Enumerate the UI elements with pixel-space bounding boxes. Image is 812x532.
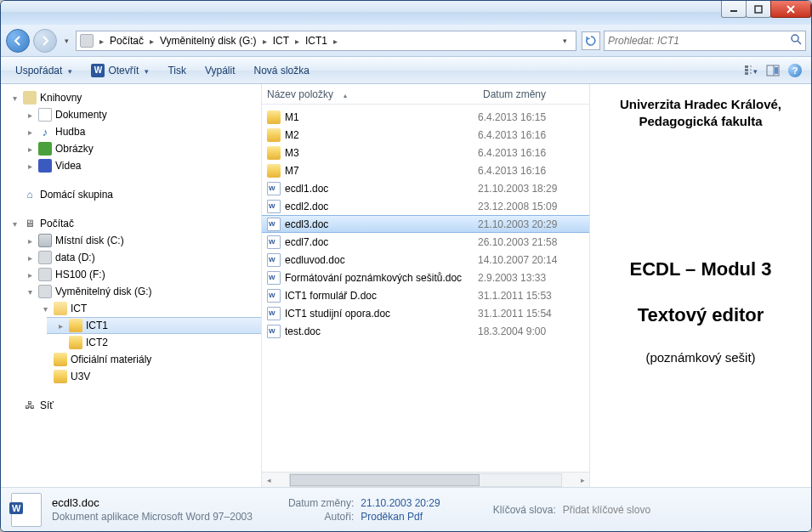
- help-button[interactable]: ?: [786, 61, 804, 80]
- print-button[interactable]: Tisk: [160, 61, 194, 80]
- folder-icon: [267, 128, 281, 142]
- file-name: ecdl1.doc: [285, 183, 328, 195]
- breadcrumb-computer[interactable]: Počítač: [110, 35, 144, 47]
- maximize-button[interactable]: [746, 1, 771, 18]
- drive-icon: [80, 34, 94, 48]
- tree-computer[interactable]: ▾🖥Počítač: [1, 215, 261, 232]
- file-row[interactable]: ecdl1.doc21.10.2003 18:29: [262, 179, 589, 197]
- horizontal-scrollbar[interactable]: ◂ ▸: [262, 472, 589, 487]
- scroll-left-arrow[interactable]: ◂: [262, 473, 275, 487]
- scroll-right-arrow[interactable]: ▸: [576, 473, 589, 487]
- drive-icon: [38, 285, 52, 298]
- tree-ict2[interactable]: ICT2: [47, 334, 261, 351]
- drive-icon: [38, 234, 52, 247]
- file-row[interactable]: M16.4.2013 16:15: [262, 108, 589, 126]
- word-app-icon: W: [91, 64, 105, 77]
- forward-button[interactable]: [33, 29, 57, 53]
- tree-drive-c[interactable]: ▸Místní disk (C:): [16, 232, 261, 249]
- tree-item-label: Dokumenty: [55, 109, 107, 121]
- file-name: ecdl2.doc: [285, 201, 328, 212]
- file-name: M3: [285, 147, 299, 159]
- word-doc-icon: [267, 325, 281, 338]
- tree-pictures[interactable]: ▸Obrázky: [16, 140, 261, 157]
- details-keywords-value[interactable]: Přidat klíčové slovo: [563, 504, 650, 516]
- tree-network[interactable]: 🖧Síť: [1, 397, 261, 414]
- help-icon: ?: [788, 64, 802, 77]
- file-row[interactable]: ICT1 formulář D.doc31.1.2011 15:53: [262, 286, 589, 304]
- tree-ict[interactable]: ▾ICT: [31, 300, 261, 317]
- details-pane: ecdl3.doc Dokument aplikace Microsoft Wo…: [1, 487, 811, 531]
- column-header-date[interactable]: Datum změny: [478, 88, 589, 100]
- file-name: test.doc: [285, 325, 321, 337]
- network-icon: 🖧: [23, 399, 37, 412]
- refresh-button[interactable]: [582, 31, 600, 50]
- details-author-label: Autoři:: [288, 511, 354, 523]
- file-row[interactable]: ICT1 studijní opora.doc31.1.2011 15:54: [262, 304, 589, 322]
- file-name: Formátování poznámkových sešitů.doc: [285, 272, 462, 284]
- column-header-label: Název položky: [267, 88, 333, 100]
- minimize-button[interactable]: [721, 1, 747, 18]
- file-row[interactable]: ecdl2.doc23.12.2008 15:09: [262, 197, 589, 215]
- folder-icon: [267, 110, 281, 124]
- homegroup-icon: ⌂: [23, 188, 37, 201]
- file-row[interactable]: ecdl7.doc26.10.2003 21:58: [262, 233, 589, 251]
- file-date: 6.4.2013 16:16: [478, 147, 589, 159]
- word-doc-icon: [267, 271, 281, 285]
- organize-label: Uspořádat: [15, 65, 62, 76]
- tree-item-label: ICT2: [86, 337, 108, 348]
- back-button[interactable]: [6, 29, 30, 53]
- tree-libraries[interactable]: ▾Knihovny: [1, 89, 261, 106]
- tree-videos[interactable]: ▸Videa: [16, 157, 261, 174]
- column-header-label: Datum změny: [483, 88, 546, 100]
- explorer-window: ▾ Počítač Vyměnitelný disk (G:) ICT ICT1…: [0, 0, 812, 532]
- tree-oficialni[interactable]: Oficiální materiály: [31, 351, 261, 368]
- breadcrumb-sep-icon: [97, 35, 106, 47]
- file-row[interactable]: M36.4.2013 16:16: [262, 144, 589, 161]
- file-list[interactable]: M16.4.2013 16:15M26.4.2013 16:16M36.4.20…: [262, 105, 589, 472]
- breadcrumb-bar[interactable]: Počítač Vyměnitelný disk (G:) ICT ICT1 ▾: [76, 31, 576, 51]
- file-row[interactable]: ecdl3.doc21.10.2003 20:29: [262, 215, 589, 233]
- file-row[interactable]: M26.4.2013 16:16: [262, 126, 589, 144]
- folder-icon: [54, 370, 67, 383]
- burn-button[interactable]: Vypálit: [197, 61, 243, 80]
- file-row[interactable]: ecdluvod.doc14.10.2007 20:14: [262, 251, 589, 269]
- svg-rect-8: [745, 72, 748, 75]
- scroll-thumb[interactable]: [290, 474, 480, 486]
- view-options-button[interactable]: [741, 61, 760, 80]
- breadcrumb-drive-g[interactable]: Vyměnitelný disk (G:): [160, 35, 257, 47]
- tree-u3v[interactable]: U3V: [31, 368, 261, 385]
- search-input[interactable]: [608, 35, 790, 47]
- tree-drive-d[interactable]: ▸data (D:): [16, 249, 261, 266]
- search-box[interactable]: [604, 31, 806, 51]
- file-row[interactable]: M76.4.2013 16:16: [262, 161, 589, 179]
- details-author-value[interactable]: Proděkan Pdf: [361, 511, 440, 523]
- tree-drive-f[interactable]: ▸HS100 (F:): [16, 266, 261, 283]
- tree-drive-g[interactable]: ▾Vyměnitelný disk (G:): [16, 283, 261, 300]
- tree-documents[interactable]: ▸Dokumenty: [16, 106, 261, 123]
- column-header-name[interactable]: Název položky: [262, 88, 478, 100]
- nav-history-dropdown[interactable]: ▾: [60, 29, 72, 53]
- navigation-pane[interactable]: ▾Knihovny ▸Dokumenty ▸♪Hudba ▸Obrázky ▸V…: [1, 84, 262, 487]
- breadcrumb-sep-icon: [147, 35, 156, 47]
- tree-ict1[interactable]: ▸ICT1: [47, 317, 261, 334]
- tree-music[interactable]: ▸♪Hudba: [16, 123, 261, 140]
- breadcrumb-ict[interactable]: ICT: [273, 35, 289, 47]
- tree-homegroup[interactable]: ⌂Domácí skupina: [1, 186, 261, 203]
- close-button[interactable]: [770, 1, 811, 18]
- scroll-track[interactable]: [289, 473, 562, 487]
- file-row[interactable]: test.doc18.3.2004 9:00: [262, 322, 589, 340]
- new-folder-button[interactable]: Nová složka: [247, 61, 317, 80]
- word-doc-icon: [267, 200, 281, 213]
- tree-item-label: Videa: [55, 160, 81, 172]
- preview-pane-button[interactable]: [764, 61, 782, 80]
- file-row[interactable]: Formátování poznámkových sešitů.doc2.9.2…: [262, 269, 589, 286]
- organize-button[interactable]: Uspořádat: [8, 61, 80, 80]
- file-name: M7: [285, 165, 299, 177]
- breadcrumb-ict1[interactable]: ICT1: [305, 35, 327, 47]
- breadcrumb-dropdown[interactable]: ▾: [558, 37, 572, 45]
- open-button[interactable]: WOtevřít: [83, 60, 156, 81]
- pictures-icon: [38, 142, 52, 156]
- svg-rect-6: [745, 65, 748, 68]
- drive-icon: [38, 268, 52, 281]
- breadcrumb-sep-icon: [331, 35, 340, 47]
